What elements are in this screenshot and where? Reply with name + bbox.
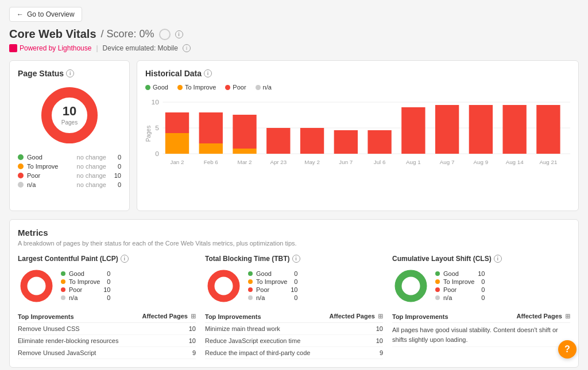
tbt-good-row: Good 0 [248, 270, 297, 277]
na-count: 0 [114, 181, 121, 188]
tbt-improvement-3: Reduce the impact of third-party code [205, 347, 323, 359]
historical-data-card: Historical Data i Good To Improve Poor [137, 60, 579, 211]
lcp-poor-row: Poor 10 [61, 286, 110, 293]
poor-count: 10 [114, 172, 121, 179]
tbt-title: Total Blocking Time (TBT) i [205, 255, 383, 263]
svg-text:Jul 6: Jul 6 [374, 159, 386, 165]
cls-improve-dot [435, 279, 440, 284]
cls-summary: Good 10 To Improve 0 Poor 0 [392, 267, 570, 305]
lcp-na-dot [61, 295, 65, 300]
page-status-title: Page Status i [18, 69, 121, 78]
na-change: no change [77, 181, 106, 188]
lcp-section: Largest Contentful Paint (LCP) i Good 0 [18, 255, 196, 359]
tbt-improve-row: To Improve 0 [248, 278, 297, 285]
tbt-filter-icon[interactable]: ⊞ [378, 313, 383, 320]
svg-rect-33 [536, 105, 560, 154]
svg-text:May 2: May 2 [304, 159, 320, 165]
poor-label: Poor [27, 172, 73, 179]
arrow-left-icon: ← [17, 10, 24, 18]
cls-filter-icon[interactable]: ⊞ [565, 313, 570, 320]
svg-text:Aug 14: Aug 14 [506, 159, 524, 165]
svg-text:10: 10 [152, 99, 159, 105]
tbt-poor-dot [248, 287, 253, 292]
meta-separator: | [96, 44, 98, 52]
svg-point-36 [24, 274, 49, 299]
lcp-pages-2: 10 [134, 335, 196, 347]
svg-point-37 [211, 274, 237, 299]
metrics-title: Metrics [18, 228, 570, 237]
lcp-summary: Good 0 To Improve 0 Poor 10 [18, 267, 196, 305]
svg-text:Feb 6: Feb 6 [204, 159, 218, 165]
lcp-improvement-1: Remove Unused CSS [18, 323, 134, 335]
cls-title: Cumulative Layout Shift (CLS) i [392, 255, 570, 263]
lcp-affected-header: Affected Pages ⊞ [134, 310, 196, 323]
svg-point-38 [399, 274, 424, 299]
svg-text:Aug 1: Aug 1 [406, 159, 421, 165]
lcp-row-2: Eliminate render-blocking resources 10 [18, 335, 196, 347]
svg-rect-31 [502, 105, 526, 154]
total-pages: 10 [61, 105, 78, 118]
hist-improve-label: To Improve [185, 84, 216, 91]
tbt-improvement-2: Reduce JavaScript execution time [205, 335, 323, 347]
svg-text:Aug 9: Aug 9 [474, 159, 489, 165]
tbt-summary: Good 0 To Improve 0 Poor 10 [205, 267, 383, 305]
tbt-na-row: n/a 0 [248, 294, 297, 301]
cls-info-icon[interactable]: i [494, 255, 502, 263]
cls-good-dot [435, 271, 440, 276]
hist-na-label: n/a [263, 84, 272, 91]
go-overview-label: Go to Overview [27, 10, 75, 18]
cls-donut [392, 267, 430, 305]
help-button[interactable]: ? [558, 340, 577, 359]
cls-na-row: n/a 0 [435, 294, 485, 301]
cls-note-row: All pages have good visual stability. Co… [392, 323, 570, 347]
meta-bar: Powered by Lighthouse | Device emulated:… [9, 44, 579, 52]
lighthouse-badge: Powered by Lighthouse [9, 44, 91, 52]
hist-legend-poor: Poor [225, 84, 246, 91]
na-dot [18, 182, 24, 188]
tbt-na-dot [248, 295, 253, 300]
metrics-grid: Largest Contentful Paint (LCP) i Good 0 [18, 255, 570, 359]
lcp-title: Largest Contentful Paint (LCP) i [18, 255, 196, 263]
status-legend: Good no change 0 To Improve no change 0 … [18, 154, 121, 188]
donut-wrapper: 10 Pages [18, 84, 121, 147]
device-label: Device emulated: Mobile [103, 44, 178, 52]
tbt-improvement-1: Minimize main thread work [205, 323, 323, 335]
improve-label: To Improve [27, 163, 74, 170]
svg-text:Mar 2: Mar 2 [238, 159, 252, 165]
svg-rect-12 [199, 112, 223, 143]
tbt-info-icon[interactable]: i [292, 255, 300, 263]
tbt-improvements-table: Top Improvements Affected Pages ⊞ Minimi… [205, 310, 383, 359]
svg-rect-25 [401, 107, 425, 154]
svg-text:Jan 2: Jan 2 [171, 159, 184, 165]
na-label: n/a [27, 181, 74, 188]
lcp-improve-dot [61, 279, 65, 284]
tbt-affected-header: Affected Pages ⊞ [323, 310, 383, 323]
svg-rect-11 [199, 143, 223, 154]
good-dot [18, 154, 24, 160]
hist-good-dot [145, 85, 150, 90]
device-info-icon[interactable]: i [183, 44, 191, 52]
lcp-improve-row: To Improve 0 [61, 278, 110, 285]
score-circle [159, 29, 171, 40]
svg-rect-14 [233, 149, 256, 154]
lcp-pages-1: 10 [134, 323, 196, 335]
lcp-info-icon[interactable]: i [121, 255, 129, 263]
cls-legend: Good 10 To Improve 0 Poor 0 [435, 270, 485, 302]
go-overview-button[interactable]: ← Go to Overview [9, 7, 82, 22]
lcp-filter-icon[interactable]: ⊞ [191, 313, 196, 320]
lcp-row-3: Remove Unused JavaScript 9 [18, 347, 196, 359]
lcp-poor-dot [61, 287, 65, 292]
good-count: 0 [114, 154, 121, 161]
good-label: Good [27, 154, 74, 161]
score-info-icon[interactable]: i [175, 30, 183, 38]
page-status-info-icon[interactable]: i [66, 69, 74, 77]
top-section: Page Status i 10 Pages [9, 60, 579, 211]
historical-info-icon[interactable]: i [204, 69, 212, 77]
lcp-good-dot [61, 271, 65, 276]
lcp-legend: Good 0 To Improve 0 Poor 10 [61, 270, 110, 302]
svg-rect-9 [165, 112, 189, 133]
lighthouse-icon [9, 44, 17, 52]
historical-title: Historical Data i [145, 69, 570, 78]
lcp-na-row: n/a 0 [61, 294, 110, 301]
svg-rect-19 [300, 128, 324, 154]
